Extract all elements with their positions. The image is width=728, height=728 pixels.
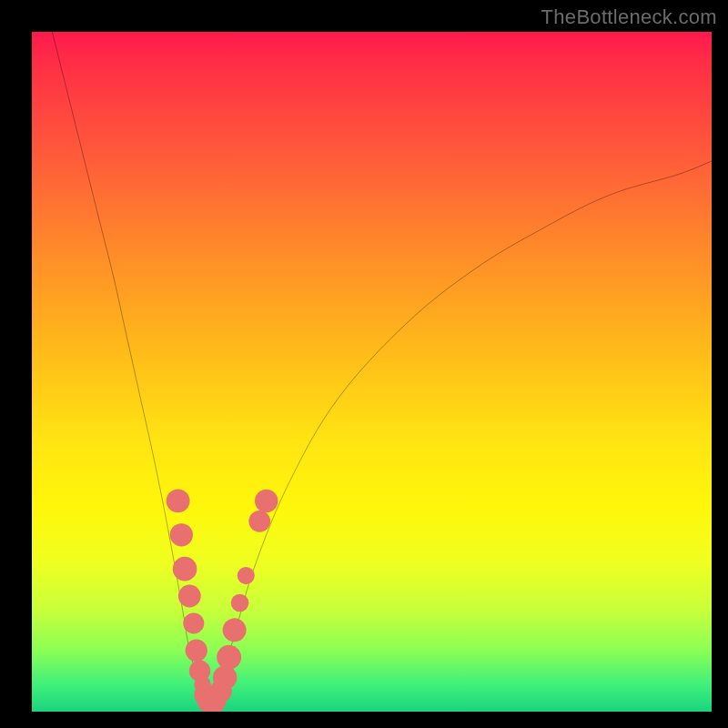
watermark-label: TheBottleneck.com <box>541 5 717 29</box>
highlight-dot <box>217 645 241 670</box>
chart-frame: TheBottleneck.com <box>0 0 728 728</box>
highlight-dot <box>223 618 247 642</box>
highlight-dots <box>167 490 278 712</box>
highlight-dot <box>173 557 197 581</box>
highlight-dot <box>183 612 204 633</box>
highlight-dot <box>167 490 190 513</box>
chart-svg <box>32 32 712 712</box>
highlight-dot <box>238 567 255 584</box>
curve-left <box>52 32 208 712</box>
highlight-dot <box>213 665 237 689</box>
highlight-dot <box>186 640 207 662</box>
plot-area <box>32 32 712 712</box>
curve-right <box>208 161 712 712</box>
highlight-dot <box>255 490 278 512</box>
highlight-dot <box>248 511 270 532</box>
highlight-dot <box>178 585 201 608</box>
highlight-dot <box>231 594 249 612</box>
highlight-dot <box>170 523 193 546</box>
